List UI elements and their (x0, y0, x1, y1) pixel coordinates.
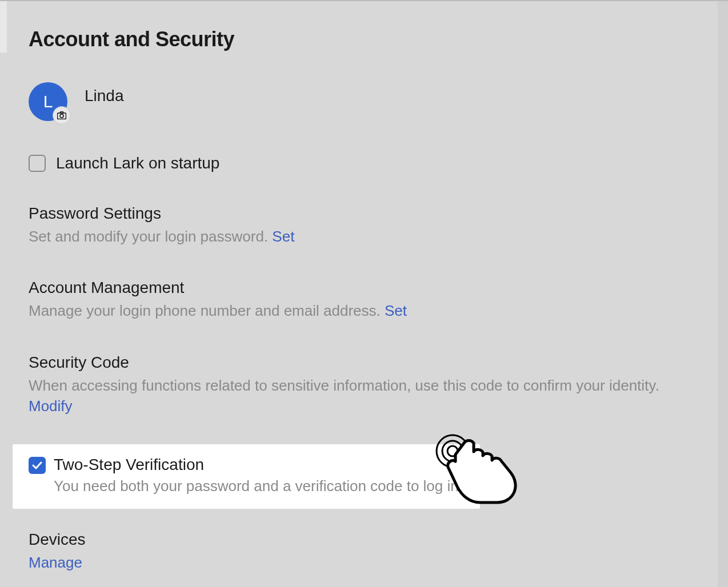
account-management-desc: Manage your login phone number and email… (29, 300, 697, 321)
devices-section: Devices Manage (29, 530, 697, 573)
security-code-desc-text: When accessing functions related to sens… (29, 377, 659, 394)
two-step-desc: You need both your password and a verifi… (54, 477, 463, 495)
password-settings-desc-text: Set and modify your login password. (29, 228, 272, 245)
page-title: Account and Security (29, 1, 697, 51)
launch-on-startup-label: Launch Lark on startup (56, 154, 219, 172)
account-management-title: Account Management (29, 279, 697, 297)
check-icon (32, 461, 42, 469)
two-step-checkbox[interactable] (29, 457, 46, 474)
password-settings-set-link[interactable]: Set (272, 228, 294, 245)
two-step-text: Two-Step Verification You need both your… (54, 457, 463, 495)
security-code-modify-link[interactable]: Modify (29, 397, 73, 415)
security-code-title: Security Code (29, 353, 697, 372)
avatar-container[interactable]: L (29, 82, 67, 121)
security-code-desc: When accessing functions related to sens… (29, 375, 697, 417)
launch-on-startup-checkbox[interactable] (29, 155, 46, 172)
devices-manage-link[interactable]: Manage (29, 554, 82, 571)
account-management-section: Account Management Manage your login pho… (29, 279, 697, 321)
security-code-section: Security Code When accessing functions r… (29, 353, 697, 417)
password-settings-desc: Set and modify your login password. Set (29, 226, 697, 247)
profile-name: Linda (85, 87, 124, 105)
profile-row: L Linda (29, 82, 697, 121)
account-management-desc-text: Manage your login phone number and email… (29, 302, 385, 319)
devices-action-row: Manage (29, 552, 697, 573)
two-step-verification-card: Two-Step Verification You need both your… (13, 444, 480, 509)
avatar-initial: L (43, 92, 53, 111)
avatar-camera-button[interactable] (53, 106, 71, 124)
two-step-row[interactable]: Two-Step Verification You need both your… (29, 457, 464, 495)
left-gutter (0, 1, 7, 53)
vertical-scrollbar[interactable] (718, 1, 728, 587)
svg-point-1 (60, 114, 63, 118)
two-step-title: Two-Step Verification (54, 456, 463, 474)
settings-panel: Account and Security L Linda Launch Lark… (0, 0, 728, 587)
camera-icon (57, 111, 66, 119)
launch-on-startup-row[interactable]: Launch Lark on startup (29, 154, 697, 172)
content-area: Account and Security L Linda Launch Lark… (8, 1, 718, 587)
account-management-set-link[interactable]: Set (385, 302, 407, 319)
password-settings-title: Password Settings (29, 204, 697, 223)
devices-title: Devices (29, 530, 697, 549)
password-settings-section: Password Settings Set and modify your lo… (29, 204, 697, 247)
